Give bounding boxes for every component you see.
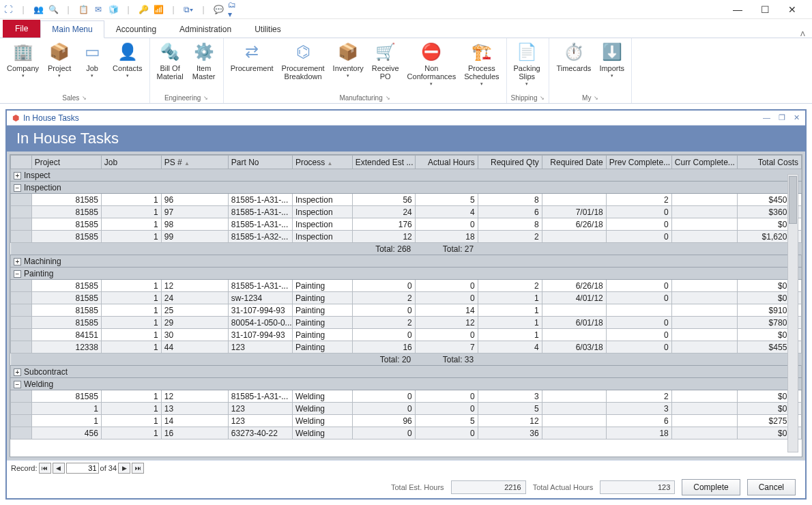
record-of-label: of 34 [100, 464, 117, 472]
packing-slips-button[interactable]: 📄Packing Slips ▾ [511, 40, 543, 93]
qat-icon[interactable]: 🔍 [48, 4, 59, 15]
total-est-label: Total Est. Hours [391, 483, 444, 491]
process-schedules-button[interactable]: 🏗️Process Schedules ▾ [461, 40, 502, 93]
complete-button[interactable]: Complete [682, 479, 740, 495]
qat-icon[interactable]: 📋 [78, 4, 89, 15]
tab-accounting[interactable]: Accounting [104, 20, 168, 38]
timecards-button[interactable]: ⏱️Timecards [553, 40, 594, 93]
tab-main-menu[interactable]: Main Menu [40, 20, 104, 38]
mdi-close-icon[interactable]: ✕ [794, 113, 800, 122]
group-total-row: Total: 20Total: 33 [11, 354, 802, 366]
table-row[interactable]: 8158512531-107-994-93Painting0141$910.00 [11, 304, 802, 317]
procurement-breakdown-button[interactable]: ⌬Procurement Breakdown [279, 40, 328, 93]
table-row[interactable]: 8158519681585-1-A31-...Inspection56582$4… [11, 194, 802, 206]
company-button[interactable]: 🏢Company▾ [4, 40, 42, 93]
table-row[interactable]: 12338144123Painting16746/03/180$455.00 [11, 341, 802, 354]
window-title: In House Tasks [23, 113, 79, 123]
receive-po-button[interactable]: 🛒Receive PO [369, 40, 402, 93]
group-label-shipping: Shipping [511, 94, 538, 102]
mdi-restore-icon[interactable]: ❐ [779, 113, 785, 122]
project-button[interactable]: 📦Project▾ [44, 40, 74, 93]
sort-icon: ▲ [328, 160, 333, 167]
group-row[interactable]: −Painting [11, 268, 802, 280]
table-row[interactable]: 1113123Welding0053$0.00 [11, 403, 802, 415]
qat-icon[interactable]: ✉ [93, 4, 104, 15]
table-row[interactable]: 8158511281585-1-A31-...Welding0032$0.00 [11, 390, 802, 403]
collapse-ribbon-icon[interactable]: ᐱ [800, 30, 805, 38]
qat-icon[interactable]: 💬 [213, 4, 224, 15]
group-label-my: My [582, 94, 591, 102]
dialog-launcher-icon[interactable]: ↘ [386, 95, 390, 101]
table-row[interactable]: 8158511281585-1-A31-...Painting0026/26/1… [11, 280, 802, 292]
qat-icon[interactable]: ⧉▾ [183, 4, 194, 15]
dialog-launcher-icon[interactable]: ↘ [594, 95, 598, 101]
close-button[interactable]: ✕ [783, 4, 801, 15]
qat-icon[interactable]: 📶 [153, 4, 164, 15]
table-row[interactable]: 8158519781585-1-A31-...Inspection24467/0… [11, 206, 802, 218]
app-icon: ⛶ [3, 4, 14, 15]
stop-icon: ⛔ [420, 41, 442, 63]
mdi-window: ⬢ In House Tasks — ❐ ✕ In House Tasks Pr… [5, 109, 807, 500]
nav-prev-button[interactable]: ◀ [53, 463, 65, 474]
mdi-minimize-icon[interactable]: — [763, 113, 770, 122]
clock-icon: ⏱️ [563, 41, 585, 63]
nav-last-button[interactable]: ⏭ [132, 463, 144, 474]
job-button[interactable]: ▭Job▾ [77, 40, 107, 93]
tasks-grid[interactable]: Project Job PS # ▲ Part No Process ▲ Ext… [10, 154, 802, 457]
minimize-button[interactable]: — [729, 4, 746, 15]
column-headers[interactable]: Project Job PS # ▲ Part No Process ▲ Ext… [11, 156, 802, 169]
tab-administration[interactable]: Administration [168, 20, 243, 38]
quick-access-toolbar: ⛶| 👥 🔍| 📋 ✉ 🧊| 🔑 📶| ⧉▾| 💬 🗂▾ [3, 4, 239, 15]
group-row[interactable]: −Inspection [11, 182, 802, 194]
title-bar: ⛶| 👥 🔍| 📋 ✉ 🧊| 🔑 📶| ⧉▾| 💬 🗂▾ — ☐ ✕ [0, 0, 812, 19]
maximize-button[interactable]: ☐ [756, 4, 774, 15]
sort-icon: ▲ [184, 160, 190, 167]
table-row[interactable]: 1114123Welding965126$275.00 [11, 415, 802, 427]
dialog-launcher-icon[interactable]: ↘ [82, 95, 87, 101]
window-icon: ⬢ [12, 113, 19, 123]
record-navigator: Record: ⏮ ◀ of 34 ▶ ⏭ [7, 461, 805, 476]
imports-button[interactable]: ⬇️Imports▾ [596, 40, 627, 93]
nav-next-button[interactable]: ▶ [118, 463, 130, 474]
bom-button[interactable]: 🔩Bill Of Material [154, 40, 186, 93]
ribbon: 🏢Company▾ 📦Project▾ ▭Job▾ 👤Contacts▾ Sal… [0, 38, 812, 104]
table-row[interactable]: 8158519981585-1-A32-...Inspection121820$… [11, 231, 802, 243]
dialog-launcher-icon[interactable]: ↘ [203, 95, 208, 101]
group-row[interactable]: +Inspect [11, 169, 802, 182]
group-label-manufacturing: Manufacturing [339, 94, 382, 102]
table-row[interactable]: 81585124sw-1234Painting2014/01/120$0.00 [11, 292, 802, 304]
nonconformances-button[interactable]: ⛔Non Conformances ▾ [405, 40, 459, 93]
group-total-row: Total: 268Total: 27 [11, 243, 802, 255]
qat-icon[interactable]: 🗂▾ [228, 4, 239, 15]
contacts-button[interactable]: 👤Contacts▾ [110, 40, 145, 93]
inventory-button[interactable]: 📦Inventory▾ [330, 40, 366, 93]
file-tab[interactable]: File [3, 20, 40, 38]
company-icon: 🏢 [12, 41, 34, 63]
table-row[interactable]: 8158512980054-1-050-0...Painting21216/01… [11, 317, 802, 329]
item-master-button[interactable]: ⚙️Item Master [189, 40, 219, 93]
procurement-button[interactable]: ⇄Procurement [228, 40, 276, 93]
group-row[interactable]: +Subcontract [11, 366, 802, 378]
bom-icon: 🔩 [159, 41, 181, 63]
group-row[interactable]: −Welding [11, 378, 802, 390]
group-row[interactable]: +Machining [11, 255, 802, 268]
table-row[interactable]: 45611663273-40-22Welding003618$0.00 [11, 427, 802, 439]
dialog-launcher-icon[interactable]: ↘ [540, 95, 545, 101]
qat-icon[interactable]: 🧊 [108, 4, 119, 15]
table-row[interactable]: 8158519881585-1-A31-...Inspection176086/… [11, 218, 802, 231]
cancel-button[interactable]: Cancel [747, 479, 796, 495]
vertical-scrollbar[interactable] [787, 174, 798, 452]
scrollbar-thumb[interactable] [789, 176, 797, 224]
qat-icon[interactable]: 👥 [33, 4, 44, 15]
nav-first-button[interactable]: ⏮ [39, 463, 51, 474]
flow-icon: ⇄ [241, 41, 263, 63]
page-header: In House Tasks [7, 126, 805, 152]
project-icon: 📦 [48, 41, 70, 63]
box-icon: 📦 [337, 41, 359, 63]
total-actual-label: Total Actual Hours [533, 483, 594, 491]
record-input[interactable] [66, 463, 99, 474]
tab-utilities[interactable]: Utilities [243, 20, 293, 38]
tree-icon: ⌬ [292, 41, 314, 63]
qat-icon[interactable]: 🔑 [138, 4, 149, 15]
table-row[interactable]: 8415113031-107-994-93Painting0010$0.00 [11, 329, 802, 341]
